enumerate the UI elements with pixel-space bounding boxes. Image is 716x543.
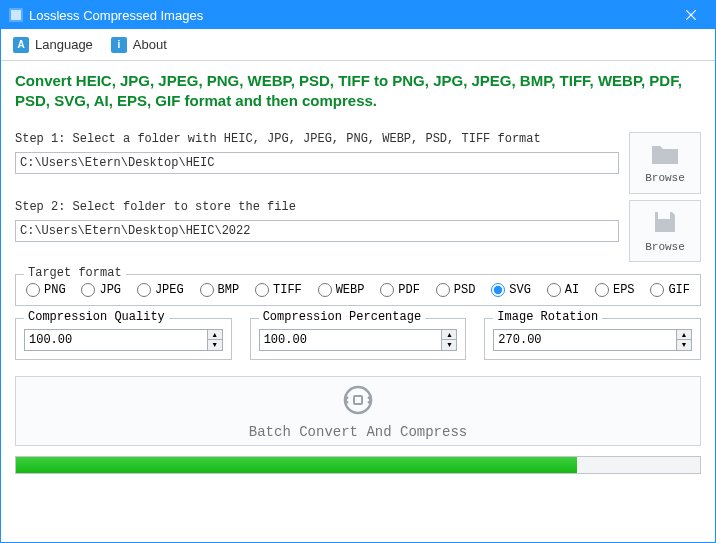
menu-about-label: About	[133, 37, 167, 52]
step1-label: Step 1: Select a folder with HEIC, JPG, …	[15, 132, 619, 146]
format-option-bmp[interactable]: BMP	[200, 283, 240, 297]
format-radio-jpg[interactable]	[81, 283, 95, 297]
rotation-legend: Image Rotation	[493, 310, 602, 324]
percentage-group: Compression Percentage ▲▼	[250, 318, 467, 360]
format-label: JPEG	[155, 283, 184, 297]
progress-bar	[15, 456, 701, 474]
step2-browse-label: Browse	[645, 241, 685, 253]
language-icon: A	[13, 37, 29, 53]
format-radio-svg[interactable]	[491, 283, 505, 297]
format-option-jpg[interactable]: JPG	[81, 283, 121, 297]
menu-language[interactable]: A Language	[13, 37, 93, 53]
step2-path-input[interactable]	[15, 220, 619, 242]
svg-rect-1	[11, 10, 21, 20]
svg-rect-3	[354, 396, 362, 404]
percentage-input[interactable]	[259, 329, 442, 351]
menubar: A Language i About	[1, 29, 715, 61]
percentage-legend: Compression Percentage	[259, 310, 425, 324]
format-radio-psd[interactable]	[436, 283, 450, 297]
step2-browse-button[interactable]: Browse	[629, 200, 701, 262]
rotation-group: Image Rotation ▲▼	[484, 318, 701, 360]
step1-browse-label: Browse	[645, 172, 685, 184]
format-legend: Target format	[24, 266, 126, 280]
format-fieldset: Target format PNGJPGJPEGBMPTIFFWEBPPDFPS…	[15, 274, 701, 306]
format-option-gif[interactable]: GIF	[650, 283, 690, 297]
format-option-webp[interactable]: WEBP	[318, 283, 365, 297]
app-icon	[9, 8, 23, 22]
format-label: PSD	[454, 283, 476, 297]
format-radio-bmp[interactable]	[200, 283, 214, 297]
rotation-up-button[interactable]: ▲	[676, 329, 692, 340]
format-radio-ai[interactable]	[547, 283, 561, 297]
quality-down-button[interactable]: ▼	[207, 339, 223, 351]
window-title: Lossless Compressed Images	[29, 8, 203, 23]
percentage-up-button[interactable]: ▲	[441, 329, 457, 340]
format-label: EPS	[613, 283, 635, 297]
format-radio-pdf[interactable]	[380, 283, 394, 297]
format-label: SVG	[509, 283, 531, 297]
quality-up-button[interactable]: ▲	[207, 329, 223, 340]
format-label: JPG	[99, 283, 121, 297]
quality-legend: Compression Quality	[24, 310, 169, 324]
headline: Convert HEIC, JPG, JPEG, PNG, WEBP, PSD,…	[15, 71, 701, 112]
format-option-ai[interactable]: AI	[547, 283, 579, 297]
format-option-eps[interactable]: EPS	[595, 283, 635, 297]
batch-label: Batch Convert And Compress	[249, 424, 467, 440]
format-label: GIF	[668, 283, 690, 297]
format-option-jpeg[interactable]: JPEG	[137, 283, 184, 297]
format-option-pdf[interactable]: PDF	[380, 283, 420, 297]
step1-browse-button[interactable]: Browse	[629, 132, 701, 194]
menu-about[interactable]: i About	[111, 37, 167, 53]
format-radio-png[interactable]	[26, 283, 40, 297]
rotation-down-button[interactable]: ▼	[676, 339, 692, 351]
batch-convert-button[interactable]: Batch Convert And Compress	[15, 376, 701, 446]
format-label: PDF	[398, 283, 420, 297]
svg-point-2	[345, 387, 371, 413]
quality-group: Compression Quality ▲▼	[15, 318, 232, 360]
close-button[interactable]	[671, 1, 711, 29]
format-option-psd[interactable]: PSD	[436, 283, 476, 297]
save-icon	[652, 209, 678, 238]
step2-label: Step 2: Select folder to store the file	[15, 200, 619, 214]
rotation-input[interactable]	[493, 329, 676, 351]
menu-language-label: Language	[35, 37, 93, 52]
format-radio-gif[interactable]	[650, 283, 664, 297]
format-option-svg[interactable]: SVG	[491, 283, 531, 297]
titlebar: Lossless Compressed Images	[1, 1, 715, 29]
format-option-tiff[interactable]: TIFF	[255, 283, 302, 297]
format-radio-tiff[interactable]	[255, 283, 269, 297]
quality-input[interactable]	[24, 329, 207, 351]
format-radio-jpeg[interactable]	[137, 283, 151, 297]
format-label: PNG	[44, 283, 66, 297]
percentage-down-button[interactable]: ▼	[441, 339, 457, 351]
folder-icon	[650, 142, 680, 169]
format-label: WEBP	[336, 283, 365, 297]
format-label: AI	[565, 283, 579, 297]
format-label: BMP	[218, 283, 240, 297]
format-radio-webp[interactable]	[318, 283, 332, 297]
format-option-png[interactable]: PNG	[26, 283, 66, 297]
format-label: TIFF	[273, 283, 302, 297]
info-icon: i	[111, 37, 127, 53]
step1-path-input[interactable]	[15, 152, 619, 174]
refresh-icon	[340, 382, 376, 422]
format-radio-eps[interactable]	[595, 283, 609, 297]
